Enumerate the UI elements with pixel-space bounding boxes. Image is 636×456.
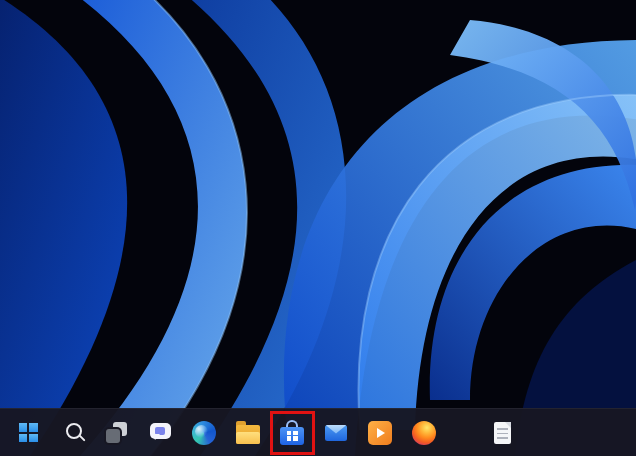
firefox-button[interactable] <box>404 413 444 453</box>
chat-button[interactable] <box>140 413 180 453</box>
search-icon <box>66 423 82 439</box>
chat-bubble-icon <box>150 423 171 439</box>
start-button[interactable] <box>8 413 48 453</box>
microsoft-store-button[interactable] <box>272 413 312 453</box>
file-explorer-button[interactable] <box>228 413 268 453</box>
windows-logo-icon <box>19 423 38 442</box>
taskbar <box>0 408 636 456</box>
folder-icon <box>236 425 260 444</box>
play-icon <box>368 421 392 445</box>
edge-button[interactable] <box>184 413 224 453</box>
desktop <box>0 0 636 456</box>
task-view-icon <box>106 422 127 443</box>
wallpaper-image <box>0 0 636 456</box>
search-button[interactable] <box>52 413 92 453</box>
task-view-button[interactable] <box>96 413 136 453</box>
mail-button[interactable] <box>316 413 356 453</box>
notepad-button[interactable] <box>482 413 522 453</box>
store-bag-icon <box>280 421 304 445</box>
edge-icon <box>192 421 216 445</box>
firefox-icon <box>412 421 436 445</box>
envelope-icon <box>325 425 347 441</box>
document-icon <box>494 422 511 444</box>
media-player-button[interactable] <box>360 413 400 453</box>
